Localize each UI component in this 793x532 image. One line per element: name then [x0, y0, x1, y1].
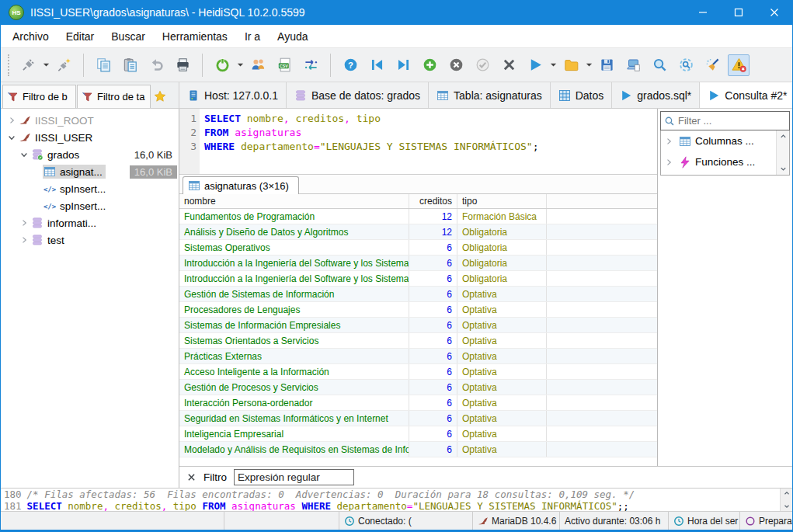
menu-ir-a[interactable]: Ir a — [236, 26, 269, 47]
execute-sql-dropdown[interactable] — [548, 54, 558, 76]
undo-button[interactable] — [145, 54, 167, 76]
grid-cell[interactable]: Optativa — [457, 395, 547, 410]
find-replace-button[interactable] — [675, 54, 697, 76]
grid-cell[interactable]: Optativa — [457, 333, 547, 348]
tab-host-127-0-0-1[interactable]: Host: 127.0.0.1 — [179, 82, 287, 108]
reconnect-dropdown[interactable] — [235, 54, 245, 76]
save-sql-button[interactable] — [596, 54, 617, 76]
grid-cell[interactable]: Gestión de Sistemas de Información — [179, 287, 409, 301]
grid-cell[interactable]: Inteligencia Empresarial — [179, 426, 409, 441]
grid-cell[interactable]: 12 — [409, 209, 457, 224]
grid-cell[interactable]: Análisis y Diseño de Datos y Algoritmos — [179, 224, 409, 239]
grid-cell[interactable]: 6 — [409, 364, 457, 379]
load-sql-file-dropdown[interactable] — [584, 54, 593, 76]
grid-cell[interactable]: 12 — [409, 224, 457, 239]
grid-header-tipo[interactable]: tipo — [457, 194, 547, 208]
grid-cell[interactable]: Sistemas de Información Empresiales — [179, 318, 409, 332]
grid-cell[interactable]: Sistemas Operativos — [179, 240, 409, 255]
grid-row[interactable]: Sistemas de Información Empresiales6Opta… — [179, 318, 657, 333]
grid-cell[interactable]: Optativa — [457, 442, 547, 457]
grid-row[interactable]: Acceso Inteligente a la Información6Opta… — [179, 364, 657, 380]
last-row-button[interactable] — [392, 54, 414, 76]
grid-cell[interactable]: Prácticas Externas — [179, 349, 409, 363]
grid-row[interactable]: Análisis y Diseño de Datos y Algoritmos1… — [179, 224, 657, 240]
grid-row[interactable]: Gestión de Sistemas de Información6Optat… — [179, 287, 657, 302]
log-scrollbar[interactable] — [780, 489, 792, 511]
grid-cell[interactable]: Formación Básica — [457, 209, 547, 224]
tab-consulta-2[interactable]: Consulta #2* — [700, 82, 792, 108]
tab-filtro-de-ta[interactable]: Filtro de ta — [77, 85, 151, 108]
grid-cell[interactable]: Optativa — [457, 287, 547, 301]
grid-cell[interactable]: 6 — [409, 287, 457, 301]
export-grid-csv-button[interactable]: CSV — [273, 54, 295, 76]
load-sql-file-button[interactable] — [560, 54, 582, 76]
grid-cell[interactable]: 6 — [409, 302, 457, 317]
tree-item-informati[interactable]: informati... — [1, 214, 179, 231]
find-text-button[interactable] — [649, 54, 670, 76]
sidebar-filter-input[interactable] — [678, 115, 786, 127]
close-filter-icon[interactable] — [186, 472, 197, 482]
grid-cell[interactable]: Optativa — [457, 318, 547, 332]
user-manager-button[interactable] — [247, 54, 269, 76]
grid-cell[interactable]: Introducción a la Ingeniería del Softwar… — [179, 271, 409, 286]
menu-ayuda[interactable]: Ayuda — [269, 26, 316, 47]
grid-cell[interactable]: 6 — [409, 256, 457, 270]
tab-base-de-datos-grados[interactable]: Base de datos: grados — [287, 82, 429, 108]
delete-row-button[interactable] — [498, 54, 520, 76]
help-button[interactable]: ? — [339, 54, 361, 76]
grid-row[interactable]: Sistemas Operativos6Obligatoria — [179, 240, 657, 256]
grid-cell[interactable]: Obligatoria — [457, 240, 547, 255]
reformat-sql-button[interactable] — [701, 54, 723, 76]
data-transfer-button[interactable] — [300, 54, 322, 76]
first-row-button[interactable] — [366, 54, 388, 76]
grid-cell[interactable]: Obligatoria — [457, 224, 547, 239]
grid-cell[interactable]: Gestión de Procesos y Servicios — [179, 380, 409, 395]
menu-herramientas[interactable]: Herramientas — [154, 26, 236, 47]
grid-cell[interactable]: Modelado y Análisis de Requisitos en Sis… — [179, 442, 409, 457]
scroll-down-icon[interactable] — [783, 502, 791, 510]
grid-header-creditos[interactable]: creditos — [409, 194, 457, 208]
grid-cell[interactable]: Acceso Inteligente a la Información — [179, 364, 409, 379]
grid-cell[interactable]: 6 — [409, 271, 457, 286]
grid-cell[interactable]: 6 — [409, 442, 457, 457]
grid-cell[interactable]: 6 — [409, 333, 457, 348]
grid-cell[interactable]: 6 — [409, 426, 457, 441]
grid-cell[interactable]: Optativa — [457, 302, 547, 317]
grid-cell[interactable]: Interacción Persona-ordenador — [179, 395, 409, 410]
execute-sql-button[interactable] — [524, 54, 546, 76]
query-log[interactable]: 180/* Filas afectadas: 56 Filas encontra… — [1, 488, 792, 511]
scroll-down-icon[interactable] — [779, 165, 788, 173]
filter-expression-input[interactable] — [234, 469, 354, 485]
connect-button[interactable] — [17, 54, 39, 76]
grid-cell[interactable]: 6 — [409, 349, 457, 363]
grid-cell[interactable]: 6 — [409, 240, 457, 255]
scroll-up-icon[interactable] — [779, 132, 788, 141]
tab-tabla-asignaturas[interactable]: Tabla: asignaturas — [429, 82, 551, 108]
sql-editor[interactable]: 1SELECT nombre, creditos, tipo2FROM asig… — [179, 109, 657, 174]
paste-button[interactable] — [119, 54, 141, 76]
grid-cell[interactable]: Optativa — [457, 349, 547, 363]
grid-row[interactable]: Inteligencia Empresarial6Optativa — [179, 426, 657, 442]
minimize-button[interactable] — [685, 0, 721, 25]
post-changes-button[interactable] — [471, 54, 493, 76]
grid-cell[interactable]: Introducción a la Ingeniería del Softwar… — [179, 256, 409, 270]
connect-dropdown[interactable] — [41, 54, 50, 76]
scroll-up-icon[interactable] — [783, 489, 791, 497]
grid-cell[interactable]: Fundamentos de Programación — [179, 209, 409, 224]
tree-item-iissi-user[interactable]: IISSI_USER — [1, 129, 179, 146]
grid-cell[interactable]: Optativa — [457, 426, 547, 441]
grid-row[interactable]: Fundamentos de Programación12Formación B… — [179, 209, 657, 224]
grid-cell[interactable]: 6 — [409, 318, 457, 332]
maximize-button[interactable] — [721, 0, 756, 25]
tree-item-iissi-root[interactable]: IISSI_ROOT — [1, 112, 179, 129]
tree-item-asignat[interactable]: asignat...16,0 KiB — [1, 163, 179, 180]
insert-row-button[interactable] — [419, 54, 440, 76]
reconnect-button[interactable] — [211, 54, 233, 76]
grid-row[interactable]: Modelado y Análisis de Requisitos en Sis… — [179, 442, 657, 457]
tab-filtro-de-b[interactable]: Filtro de b — [2, 85, 76, 108]
grid-row[interactable]: Sistemas Orientados a Servicios6Optativa — [179, 333, 657, 349]
export-sql-button[interactable] — [622, 54, 644, 76]
grid-cell[interactable]: 6 — [409, 395, 457, 410]
favorites-star-button[interactable] — [154, 85, 166, 108]
copy-button[interactable] — [92, 54, 114, 76]
